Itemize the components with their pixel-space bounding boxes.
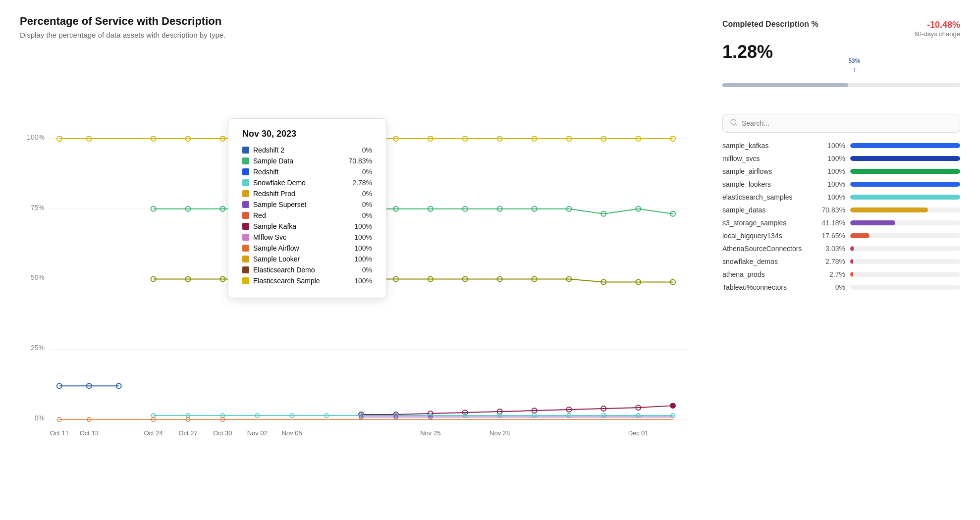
tooltip-row: Sample Airflow 100% (242, 244, 372, 252)
list-item[interactable]: AthenaSourceConnectors 3.03% (722, 245, 960, 253)
tooltip-row-left: Sample Kafka (242, 222, 296, 230)
list-item[interactable]: sample_lookers 100% (722, 180, 960, 188)
service-pct: 2.7% (821, 270, 845, 278)
tooltip-row-left: Elasticsearch Sample (242, 277, 320, 285)
service-name: snowflake_demos (722, 258, 817, 265)
tooltip-row: Elasticsearch Demo 0% (242, 266, 372, 274)
svg-text:Oct 24: Oct 24 (144, 429, 163, 437)
tooltip-service-name: Snowflake Demo (253, 179, 306, 187)
change-percent: -10.48% (914, 20, 960, 30)
tooltip-row-left: Redshift 2 (242, 146, 284, 154)
tooltip-row-left: Sample Airflow (242, 244, 299, 252)
tooltip-row-left: Redshift (242, 168, 278, 176)
big-percent: 1.28% (722, 42, 960, 62)
service-bar-track (850, 182, 960, 187)
tooltip-row: Elasticsearch Sample 100% (242, 277, 372, 285)
tooltip-service-value: 100% (345, 244, 372, 252)
tooltip-service-name: Sample Looker (253, 255, 300, 263)
tooltip-row-left: Mlflow Svc (242, 233, 286, 241)
right-header: Completed Description % -10.48% 60-days … (722, 20, 960, 38)
tooltip-color (242, 147, 249, 154)
service-bar-fill (850, 143, 960, 148)
service-bar-fill (850, 156, 960, 161)
service-pct: 70.83% (821, 206, 845, 214)
tooltip-row: Mlflow Svc 100% (242, 233, 372, 241)
service-bar-fill (850, 169, 960, 174)
svg-text:50%: 50% (31, 273, 45, 281)
list-item[interactable]: sample_datas 70.83% (722, 206, 960, 214)
service-bar-track (850, 220, 960, 225)
tooltip-service-value: 0% (345, 201, 372, 208)
tooltip-row: Sample Kafka 100% (242, 222, 372, 230)
svg-text:Oct 13: Oct 13 (80, 429, 99, 437)
right-panel: Completed Description % -10.48% 60-days … (722, 15, 960, 505)
svg-point-107 (731, 119, 736, 125)
list-item[interactable]: athena_prods 2.7% (722, 270, 960, 278)
tooltip-service-name: Mlflow Svc (253, 233, 286, 241)
svg-text:Oct 11: Oct 11 (50, 429, 69, 437)
tooltip-row: Red 0% (242, 211, 372, 219)
tooltip-service-name: Redshift (253, 168, 278, 176)
tooltip-row-left: Elasticsearch Demo (242, 266, 315, 274)
list-item[interactable]: sample_airflows 100% (722, 167, 960, 175)
service-pct: 0% (821, 283, 845, 291)
tooltip-color (242, 201, 249, 208)
list-item[interactable]: s3_storage_samples 41.18% (722, 219, 960, 227)
chart-title: Percentage of Service with Description (20, 15, 703, 28)
service-name: athena_prods (722, 270, 817, 278)
list-item[interactable]: Tableau%connectors 0% (722, 283, 960, 291)
svg-text:25%: 25% (31, 344, 45, 352)
service-bar-fill (850, 195, 960, 200)
tooltip-color (242, 157, 249, 164)
tooltip-service-value: 0% (345, 190, 372, 198)
progress-fill (722, 83, 848, 87)
service-pct: 100% (821, 142, 845, 150)
service-bar-track (850, 285, 960, 290)
service-bar-track (850, 143, 960, 148)
progress-marker-arrow: ↑ (853, 65, 856, 73)
tooltip-color (242, 223, 249, 230)
svg-text:Nov 05: Nov 05 (282, 429, 302, 437)
chart-tooltip: Nov 30, 2023 Redshift 2 0% Sample Data 7… (228, 118, 386, 298)
completed-title: Completed Description % (722, 20, 818, 29)
list-item[interactable]: elasticsearch_samples 100% (722, 193, 960, 201)
tooltip-date: Nov 30, 2023 (242, 129, 372, 139)
tooltip-row-left: Sample Data (242, 157, 293, 165)
search-icon (730, 118, 738, 128)
svg-text:Oct 27: Oct 27 (178, 429, 197, 437)
service-bar-fill (850, 182, 960, 187)
service-name: elasticsearch_samples (722, 193, 817, 201)
tooltip-row: Redshift Prod 0% (242, 190, 372, 198)
progress-marker-container: 53% ↑ (722, 68, 960, 83)
tooltip-service-value: 100% (345, 255, 372, 263)
list-item[interactable]: mlflow_svcs 100% (722, 155, 960, 162)
svg-text:Nov 28: Nov 28 (490, 429, 510, 437)
service-name: mlflow_svcs (722, 155, 817, 162)
tooltip-rows: Redshift 2 0% Sample Data 70.83% Redshif… (242, 146, 372, 285)
tooltip-service-name: Redshift Prod (253, 190, 295, 198)
tooltip-row-left: Red (242, 211, 266, 219)
service-pct: 3.03% (821, 245, 845, 253)
search-box[interactable] (722, 114, 960, 133)
tooltip-service-name: Sample Data (253, 157, 293, 165)
change-desc: 60-days change (914, 30, 960, 38)
service-pct: 100% (821, 155, 845, 162)
list-item[interactable]: local_bigquery134s 17.65% (722, 232, 960, 240)
service-list: sample_kafkas 100% mlflow_svcs 100% samp… (722, 142, 960, 291)
svg-text:Oct 30: Oct 30 (213, 429, 232, 437)
list-item[interactable]: sample_kafkas 100% (722, 142, 960, 150)
tooltip-color (242, 168, 249, 175)
progress-marker-label: 53% (848, 57, 860, 64)
service-pct: 17.65% (821, 232, 845, 240)
tooltip-row: Sample Data 70.83% (242, 157, 372, 165)
service-bar-track (850, 233, 960, 238)
search-input[interactable] (742, 119, 953, 127)
list-item[interactable]: snowflake_demos 2.78% (722, 258, 960, 265)
tooltip-service-value: 0% (345, 266, 372, 274)
service-name: sample_datas (722, 206, 817, 214)
tooltip-row-left: Sample Looker (242, 255, 300, 263)
progress-section: 53% ↑ (722, 68, 960, 99)
tooltip-color (242, 245, 249, 252)
tooltip-service-value: 100% (345, 222, 372, 230)
tooltip-color (242, 212, 249, 219)
